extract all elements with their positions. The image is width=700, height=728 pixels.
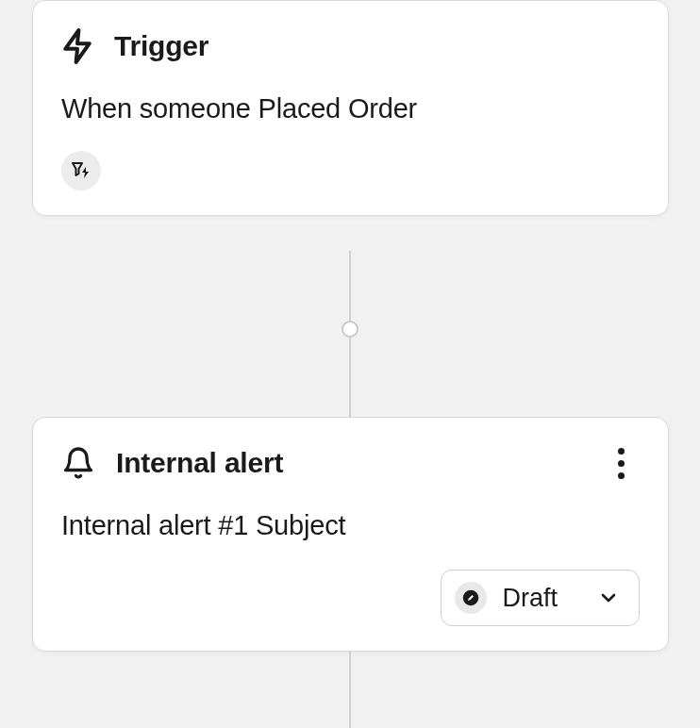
alert-card-footer: Draft (61, 570, 640, 626)
trigger-title: Trigger (114, 30, 208, 62)
more-vertical-icon (618, 448, 625, 479)
alert-description: Internal alert #1 Subject (61, 510, 640, 541)
flow-canvas: Trigger When someone Placed Order (0, 0, 700, 728)
status-dropdown[interactable]: Draft (441, 570, 640, 626)
alert-card-header: Internal alert (61, 444, 640, 482)
trigger-description: When someone Placed Order (61, 93, 640, 124)
chevron-down-icon (597, 587, 620, 609)
trigger-header-left: Trigger (61, 27, 208, 65)
lightning-icon (61, 27, 93, 65)
connector-node[interactable] (342, 321, 358, 338)
pencil-icon-circle (455, 582, 487, 614)
trigger-badge-row (61, 151, 640, 190)
filter-lightning-icon (70, 159, 92, 182)
bell-icon (61, 446, 95, 480)
trigger-card[interactable]: Trigger When someone Placed Order (32, 0, 669, 216)
svg-marker-0 (65, 30, 90, 62)
alert-title: Internal alert (116, 447, 283, 479)
alert-more-button[interactable] (602, 444, 640, 482)
alert-header-left: Internal alert (61, 446, 283, 480)
trigger-filter-badge[interactable] (61, 151, 101, 190)
pencil-icon (462, 589, 479, 606)
alert-card[interactable]: Internal alert Internal alert #1 Subject… (32, 417, 669, 652)
status-label: Draft (502, 584, 558, 613)
trigger-card-header: Trigger (61, 27, 640, 65)
